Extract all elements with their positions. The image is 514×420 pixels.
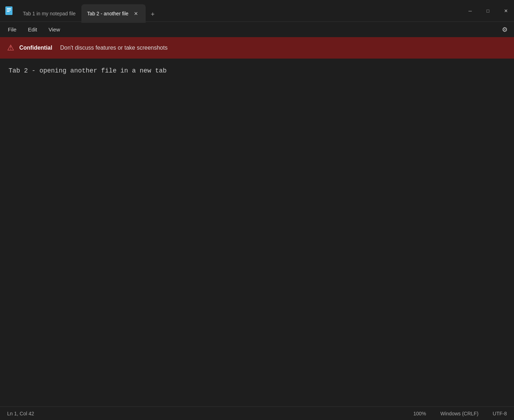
tab-1[interactable]: Tab 1 in my notepad file (17, 4, 81, 23)
tab-2-close-button[interactable]: ✕ (132, 10, 140, 18)
menubar: File Edit View ⚙ (0, 21, 514, 37)
warning-icon: ⚠ (7, 43, 14, 52)
svg-rect-0 (5, 6, 12, 15)
titlebar: Tab 1 in my notepad file Tab 2 - another… (0, 0, 514, 21)
window-controls: ─ □ ✕ (462, 4, 514, 18)
editor-content: Tab 2 - opening another file in a new ta… (9, 67, 167, 74)
status-line-ending: Windows (CRLF) (440, 411, 479, 416)
menu-file[interactable]: File (3, 24, 21, 35)
tab-1-label: Tab 1 in my notepad file (23, 11, 76, 16)
tabs-container: Tab 1 in my notepad file Tab 2 - another… (17, 0, 462, 21)
minimize-button[interactable]: ─ (462, 4, 478, 18)
menu-view[interactable]: View (44, 24, 65, 35)
status-encoding: UTF-8 (493, 411, 507, 416)
close-button[interactable]: ✕ (498, 4, 514, 18)
svg-rect-3 (7, 11, 10, 12)
svg-rect-2 (7, 10, 11, 10)
status-zoom: 100% (413, 411, 426, 416)
tab-2[interactable]: Tab 2 - another file ✕ (81, 4, 146, 23)
banner-bold-text: Confidential (19, 45, 52, 51)
svg-rect-1 (7, 8, 11, 9)
statusbar: Ln 1, Col 42 100% Windows (CRLF) UTF-8 (0, 406, 514, 420)
status-position: Ln 1, Col 42 (7, 411, 34, 416)
maximize-button[interactable]: □ (480, 4, 496, 18)
editor-area[interactable]: Tab 2 - opening another file in a new ta… (0, 59, 514, 406)
banner-text: Don't discuss features or take screensho… (60, 45, 167, 51)
new-tab-button[interactable]: + (147, 9, 158, 20)
app-icon (3, 4, 16, 17)
settings-button[interactable]: ⚙ (498, 23, 511, 36)
tab-2-label: Tab 2 - another file (87, 11, 128, 16)
menu-items: File Edit View (3, 24, 65, 35)
menu-edit[interactable]: Edit (23, 24, 42, 35)
confidential-banner: ⚠ Confidential Don't discuss features or… (0, 37, 514, 59)
